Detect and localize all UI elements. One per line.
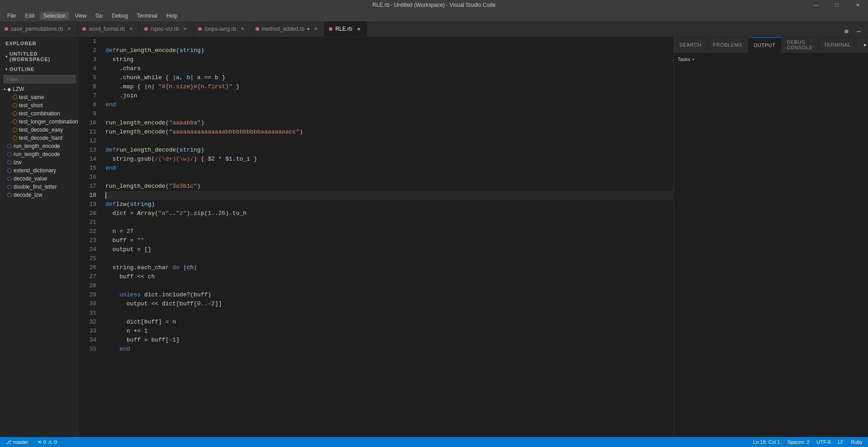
menu-edit[interactable]: Edit xyxy=(21,12,38,20)
tree-item-test-decode-hard[interactable]: test_decode_hard xyxy=(0,134,79,142)
sidebar: EXPLORER ▾ UNTITLED (WORKSPACE) ▾ OUTLIN… xyxy=(0,37,79,437)
error-count: 0 xyxy=(43,439,46,445)
tree-label: decode_value xyxy=(14,176,47,182)
code-line[interactable]: string.each_char do |ch| xyxy=(105,263,674,272)
menu-debug[interactable]: Debug xyxy=(108,12,131,20)
code-line[interactable] xyxy=(105,173,674,182)
rpanel-tab-problems[interactable]: PROBLEMS xyxy=(707,37,748,53)
code-line[interactable] xyxy=(105,309,674,318)
code-line[interactable]: def lzw(string) xyxy=(105,200,674,209)
more-actions-button[interactable]: ⋯ xyxy=(854,26,864,37)
code-line[interactable]: buff = buff[-1] xyxy=(105,336,674,345)
tab-rle-active[interactable]: RLE.rb ✕ xyxy=(324,21,367,37)
code-line[interactable]: string.gsub(/(\d+)(\w)/) { $2 * $1.to_i … xyxy=(105,155,674,164)
code-line[interactable]: .map { |n| "#{n.size}#{n.first}" } xyxy=(105,82,674,91)
code-line[interactable]: .chars xyxy=(105,64,674,73)
code-line[interactable]: unless dict.include?(buff) xyxy=(105,290,674,300)
code-line[interactable]: end xyxy=(105,164,674,173)
code-line[interactable] xyxy=(105,281,674,290)
filter-input[interactable] xyxy=(4,75,76,83)
rpanel-tab-search[interactable]: SEARCH xyxy=(674,37,707,53)
code-line[interactable]: buff = "" xyxy=(105,236,674,245)
menu-view[interactable]: View xyxy=(71,12,90,20)
status-encoding[interactable]: UTF-8 xyxy=(815,437,832,447)
code-line[interactable]: buff << ch xyxy=(105,272,674,281)
tab-close-button[interactable]: ✕ xyxy=(239,25,246,33)
tree-item-extend-dictionary[interactable]: extend_dictionary xyxy=(0,166,79,175)
code-line[interactable] xyxy=(105,137,674,146)
tree-label: test_longer_combination xyxy=(19,119,78,125)
sidebar-outline[interactable]: ▾ OUTLINE xyxy=(0,65,79,73)
menu-help[interactable]: Help xyxy=(163,12,181,20)
tab-case-permutations[interactable]: case_permutations.rb ✕ xyxy=(0,21,78,37)
menu-terminal[interactable]: Terminal xyxy=(133,12,161,20)
tab-word-funnel[interactable]: word_funnel.rb ✕ xyxy=(78,21,139,37)
code-line[interactable] xyxy=(105,191,674,200)
status-cursor[interactable]: Ln 18, Col 1 xyxy=(751,437,782,447)
tab-rspec-vcr[interactable]: rspec-vcr.rb ✕ xyxy=(140,21,194,37)
menu-selection[interactable]: Selection xyxy=(40,12,69,20)
rpanel-tab-debug[interactable]: DEBUG CONSOLE xyxy=(781,37,818,53)
code-line[interactable]: def run_length_decode(string) xyxy=(105,146,674,155)
maximize-button[interactable]: □ xyxy=(826,0,847,10)
tree-item-decode-lzw[interactable]: decode_lzw xyxy=(0,191,79,199)
rpanel-tab-terminal[interactable]: TERMINAL xyxy=(819,37,857,53)
tree-item-test-short[interactable]: test_short xyxy=(0,101,79,109)
status-branch[interactable]: ⎇ master xyxy=(4,437,30,447)
status-language[interactable]: Ruby xyxy=(849,437,864,447)
tree-item-lzw[interactable]: ▾ ◆ LZW xyxy=(0,85,79,93)
tab-close-button[interactable]: ✕ xyxy=(66,25,73,33)
tree-item-decode-value[interactable]: decode_value xyxy=(0,175,79,183)
tree-item-double-first-letter[interactable]: double_first_letter xyxy=(0,183,79,191)
tree-item-lzw-func[interactable]: lzw xyxy=(0,158,79,166)
code-line[interactable] xyxy=(105,254,674,263)
status-errors[interactable]: ✕ 0 ⚠ 0 xyxy=(36,437,59,447)
code-line[interactable]: run_length_encode("aaaaaaaaaaaaaaabbbbbb… xyxy=(105,128,674,137)
tab-close-button[interactable]: ✕ xyxy=(355,25,362,33)
code-line[interactable]: .chunk_while { |a, b| a == b } xyxy=(105,73,674,82)
menu-go[interactable]: Go xyxy=(92,12,106,20)
code-line[interactable]: n += 1 xyxy=(105,327,674,336)
tab-loops-lang[interactable]: loops-lang.rb ✕ xyxy=(194,21,251,37)
code-line[interactable]: output = [] xyxy=(105,245,674,254)
tree-label: lzw xyxy=(14,159,21,166)
tab-bar: case_permutations.rb ✕ word_funnel.rb ✕ … xyxy=(0,21,868,37)
status-spaces[interactable]: Spaces: 2 xyxy=(785,437,811,447)
tree-item-test-longer[interactable]: test_longer_combination xyxy=(0,118,79,126)
tab-method-added[interactable]: method_added.rb ● ✕ xyxy=(251,21,325,37)
code-line[interactable]: run_length_encode("aaaabba") xyxy=(105,119,674,128)
code-content[interactable]: def run_length_encode(string) string .ch… xyxy=(102,37,674,437)
code-line[interactable]: .join xyxy=(105,91,674,100)
code-line[interactable]: string xyxy=(105,55,674,64)
code-line[interactable]: n = 27 xyxy=(105,227,674,236)
run-task-button[interactable]: ▸ xyxy=(860,40,868,50)
menu-file[interactable]: File xyxy=(4,12,19,20)
tree-item-test-decode-easy[interactable]: test_decode_easy xyxy=(0,126,79,134)
tree-item-test-combination[interactable]: test_combination xyxy=(0,109,79,118)
status-line-ending[interactable]: LF xyxy=(836,437,845,447)
tree-item-run-length-encode[interactable]: run_length_encode xyxy=(0,142,79,150)
tree-item-run-length-decode[interactable]: run_length_decode xyxy=(0,150,79,158)
tab-close-button[interactable]: ✕ xyxy=(128,25,135,33)
minimize-button[interactable]: — xyxy=(806,0,826,10)
split-editor-button[interactable]: ⊞ xyxy=(841,26,852,37)
code-line[interactable] xyxy=(105,218,674,227)
tree-item-test-same[interactable]: test_same xyxy=(0,93,79,101)
code-line[interactable]: output << dict[buff[0..-2]] xyxy=(105,300,674,309)
code-line[interactable] xyxy=(105,109,674,119)
close-button[interactable]: ✕ xyxy=(847,0,868,10)
code-line[interactable]: end xyxy=(105,345,674,354)
code-line[interactable] xyxy=(105,37,674,46)
code-line[interactable]: dict[buff] = n xyxy=(105,318,674,327)
code-line[interactable]: dict = Array("a".."z").zip(1..26).to_h xyxy=(105,209,674,218)
warning-icon: ⚠ xyxy=(48,439,52,445)
code-line[interactable]: def run_length_encode(string) xyxy=(105,46,674,55)
sidebar-workspace[interactable]: ▾ UNTITLED (WORKSPACE) xyxy=(0,50,79,63)
code-line[interactable]: run_length_decode("3a3b1c") xyxy=(105,182,674,191)
tab-close-button[interactable]: ✕ xyxy=(312,25,319,33)
code-editor[interactable]: 1234567891011121314151617181920212223242… xyxy=(79,37,674,437)
tab-close-button[interactable]: ✕ xyxy=(181,25,189,33)
tab-label: method_added.rb xyxy=(262,26,304,32)
code-line[interactable]: end xyxy=(105,100,674,109)
rpanel-tab-output[interactable]: OUTPUT xyxy=(748,37,781,53)
